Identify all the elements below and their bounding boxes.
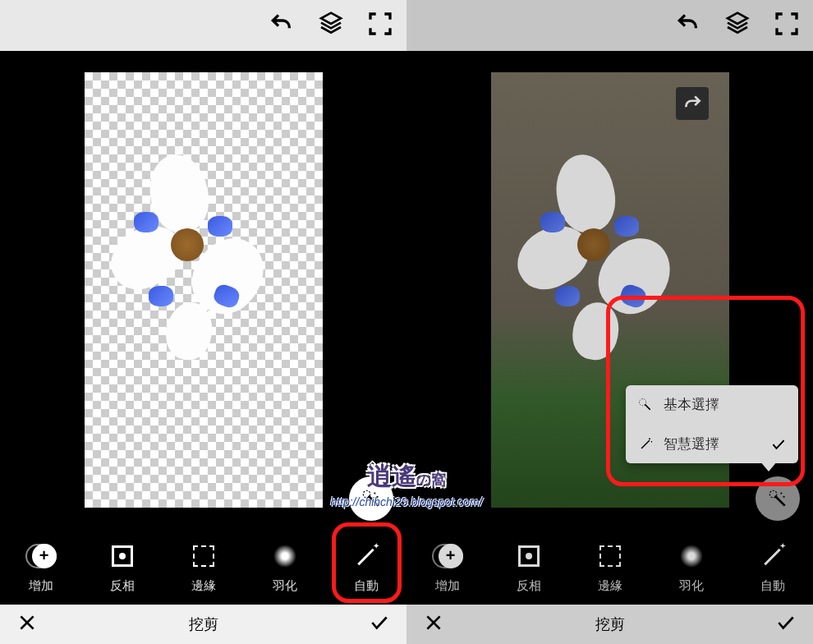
chevron-up-icon: ⌃	[366, 458, 379, 476]
svg-point-8	[780, 492, 782, 494]
layers-icon[interactable]	[318, 11, 344, 40]
svg-point-3	[377, 496, 379, 498]
fullscreen-icon[interactable]	[774, 11, 800, 40]
popup-label: 智慧選擇	[664, 435, 719, 453]
transparent-canvas	[85, 72, 323, 508]
left-screenshot: ⌃ −+ 增加 反相 邊緣 羽化 自動	[0, 0, 406, 644]
invert-icon	[518, 545, 540, 567]
popup-option-smart[interactable]: 智慧選擇	[626, 424, 798, 463]
tool-label: 反相	[517, 578, 541, 594]
tool-label: 增加	[435, 578, 460, 594]
invert-icon	[112, 545, 133, 567]
bottombar: 挖剪	[0, 605, 406, 644]
toolbar: −+ 增加 反相 邊緣 羽化 自動	[0, 529, 406, 605]
selection-mode-popup: 基本選擇 智慧選擇	[626, 385, 798, 463]
tool-edge[interactable]: 邊緣	[569, 529, 650, 605]
redo-button[interactable]	[676, 87, 709, 120]
undo-icon[interactable]	[269, 11, 295, 40]
tool-add[interactable]: −+ 增加	[406, 529, 488, 605]
topbar	[0, 0, 406, 51]
cancel-button[interactable]	[423, 612, 444, 637]
tool-label: 邊緣	[598, 578, 622, 594]
tool-label: 增加	[29, 578, 53, 594]
edge-icon	[599, 545, 621, 567]
svg-line-11	[641, 440, 650, 448]
fullscreen-icon[interactable]	[367, 11, 393, 40]
toolbar: −+ 增加 反相 邊緣 羽化 自動	[406, 529, 813, 605]
tool-edge[interactable]: 邊緣	[163, 529, 244, 605]
popup-option-basic[interactable]: 基本選擇	[626, 385, 798, 424]
magic-wand-fab[interactable]	[756, 476, 800, 521]
edge-icon	[193, 545, 214, 567]
page-title: 挖剪	[595, 614, 625, 634]
topbar	[406, 0, 813, 51]
feather-icon	[680, 545, 703, 568]
tool-invert[interactable]: 反相	[81, 529, 163, 605]
cancel-button[interactable]	[16, 612, 38, 637]
svg-point-2	[374, 492, 375, 494]
add-toggle-icon: −+	[432, 544, 463, 568]
tool-invert[interactable]: 反相	[488, 529, 569, 605]
tool-label: 邊緣	[191, 578, 216, 594]
svg-point-9	[783, 496, 785, 498]
confirm-button[interactable]	[775, 612, 797, 637]
canvas[interactable]: 基本選擇 智慧選擇	[406, 51, 813, 529]
tool-auto[interactable]: 自動	[325, 529, 406, 605]
magic-wand-fab[interactable]	[349, 476, 393, 521]
tool-label: 自動	[354, 578, 379, 594]
wand-icon	[761, 545, 784, 568]
canvas[interactable]: ⌃	[0, 51, 406, 529]
tool-label: 羽化	[679, 578, 704, 594]
popup-label: 基本選擇	[664, 395, 719, 414]
tool-feather[interactable]: 羽化	[650, 529, 732, 605]
check-icon	[770, 436, 787, 453]
confirm-button[interactable]	[369, 612, 390, 637]
tool-add[interactable]: −+ 增加	[0, 529, 81, 605]
tool-feather[interactable]: 羽化	[244, 529, 325, 605]
right-screenshot: 基本選擇 智慧選擇 −+ 增加 反相 邊緣	[406, 0, 813, 644]
brush-icon	[637, 397, 654, 413]
tool-label: 反相	[110, 578, 135, 594]
wand-icon	[355, 545, 378, 568]
wand-icon	[637, 436, 654, 453]
tool-auto[interactable]: 自動	[732, 529, 813, 605]
tool-label: 羽化	[273, 578, 297, 594]
tool-label: 自動	[760, 578, 785, 594]
layers-icon[interactable]	[724, 11, 751, 40]
add-toggle-icon: −+	[25, 544, 57, 568]
undo-icon[interactable]	[675, 11, 701, 40]
feather-icon	[273, 545, 296, 568]
svg-point-12	[649, 438, 650, 439]
svg-point-13	[651, 440, 653, 442]
page-title: 挖剪	[189, 614, 218, 634]
bottombar: 挖剪	[406, 605, 813, 644]
